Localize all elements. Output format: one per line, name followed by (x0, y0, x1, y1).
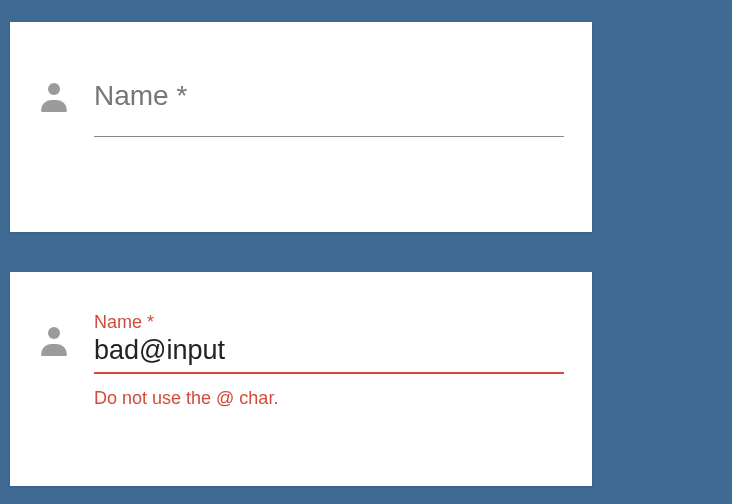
name-field-empty[interactable]: Name * (94, 80, 564, 137)
name-field-label: Name * (94, 312, 564, 333)
person-icon (38, 80, 70, 114)
name-field-error[interactable]: Name * Do not use the @ char. (94, 312, 564, 409)
form-card-empty: Name * (10, 22, 592, 232)
name-field-helper: Do not use the @ char. (94, 374, 564, 409)
name-field-placeholder: Name * (94, 80, 564, 136)
form-card-error: Name * Do not use the @ char. (10, 272, 592, 486)
input-underline (94, 136, 564, 137)
name-input[interactable] (94, 335, 564, 372)
person-icon (38, 312, 70, 358)
